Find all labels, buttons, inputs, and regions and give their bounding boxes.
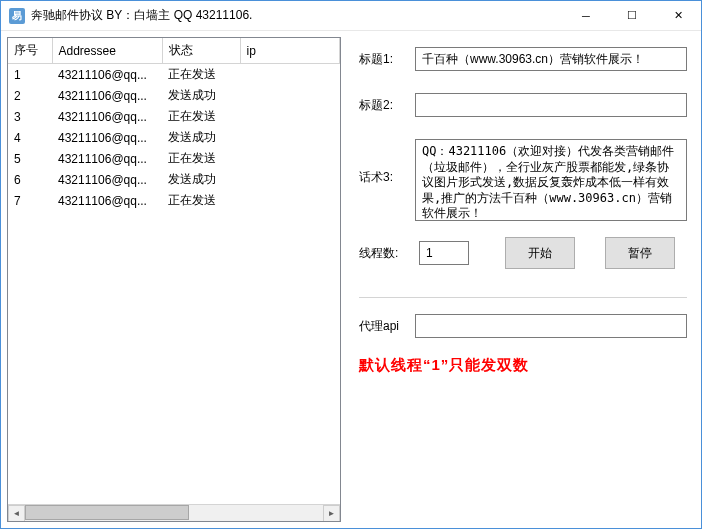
title2-row: 标题2: — [359, 93, 687, 117]
left-panel: 序号 Addressee 状态 ip 143211106@qq...正在发送24… — [7, 37, 341, 522]
content-area: 序号 Addressee 状态 ip 143211106@qq...正在发送24… — [1, 31, 701, 528]
cell-status: 正在发送 — [162, 64, 240, 86]
cell-status: 正在发送 — [162, 148, 240, 169]
close-button[interactable]: ✕ — [655, 1, 701, 30]
proxy-row: 代理api — [359, 314, 687, 338]
start-button[interactable]: 开始 — [505, 237, 575, 269]
cell-ip — [240, 127, 340, 148]
title1-label: 标题1: — [359, 47, 409, 68]
table-row[interactable]: 543211106@qq...正在发送 — [8, 148, 340, 169]
table-row[interactable]: 743211106@qq...正在发送 — [8, 190, 340, 211]
cell-ip — [240, 85, 340, 106]
cell-addressee: 43211106@qq... — [52, 127, 162, 148]
cell-addressee: 43211106@qq... — [52, 148, 162, 169]
maximize-button[interactable]: ☐ — [609, 1, 655, 30]
title1-row: 标题1: — [359, 47, 687, 71]
script3-row: 话术3: — [359, 139, 687, 221]
table-container: 序号 Addressee 状态 ip 143211106@qq...正在发送24… — [7, 37, 341, 522]
cell-ip — [240, 148, 340, 169]
cell-seq: 1 — [8, 64, 52, 86]
cell-seq: 4 — [8, 127, 52, 148]
cell-addressee: 43211106@qq... — [52, 190, 162, 211]
titlebar: 易 奔驰邮件协议 BY：白墙主 QQ 43211106. ─ ☐ ✕ — [1, 1, 701, 31]
app-icon: 易 — [9, 8, 25, 24]
script3-textarea[interactable] — [415, 139, 687, 221]
cell-seq: 6 — [8, 169, 52, 190]
table-row[interactable]: 243211106@qq...发送成功 — [8, 85, 340, 106]
cell-addressee: 43211106@qq... — [52, 106, 162, 127]
header-seq[interactable]: 序号 — [8, 38, 52, 64]
cell-status: 发送成功 — [162, 85, 240, 106]
script3-label: 话术3: — [359, 139, 409, 186]
scroll-track[interactable] — [25, 505, 323, 521]
cell-seq: 2 — [8, 85, 52, 106]
cell-status: 正在发送 — [162, 190, 240, 211]
scroll-thumb[interactable] — [25, 505, 189, 520]
cell-seq: 3 — [8, 106, 52, 127]
right-panel: 标题1: 标题2: 话术3: 线程数: 开始 暂停 代理api 默认线程“1”只… — [341, 37, 695, 522]
cell-seq: 5 — [8, 148, 52, 169]
cell-status: 发送成功 — [162, 127, 240, 148]
scroll-left-arrow[interactable]: ◄ — [8, 505, 25, 522]
proxy-label: 代理api — [359, 314, 409, 335]
table-row[interactable]: 643211106@qq...发送成功 — [8, 169, 340, 190]
mail-table[interactable]: 序号 Addressee 状态 ip 143211106@qq...正在发送24… — [8, 38, 340, 211]
header-addressee[interactable]: Addressee — [52, 38, 162, 64]
title1-input[interactable] — [415, 47, 687, 71]
title2-input[interactable] — [415, 93, 687, 117]
cell-addressee: 43211106@qq... — [52, 169, 162, 190]
minimize-button[interactable]: ─ — [563, 1, 609, 30]
cell-ip — [240, 190, 340, 211]
proxy-input[interactable] — [415, 314, 687, 338]
window-controls: ─ ☐ ✕ — [563, 1, 701, 30]
pause-button[interactable]: 暂停 — [605, 237, 675, 269]
cell-status: 正在发送 — [162, 106, 240, 127]
title2-label: 标题2: — [359, 93, 409, 114]
cell-ip — [240, 106, 340, 127]
header-ip[interactable]: ip — [240, 38, 340, 64]
table-row[interactable]: 143211106@qq...正在发送 — [8, 64, 340, 86]
table-row[interactable]: 443211106@qq...发送成功 — [8, 127, 340, 148]
thread-input[interactable] — [419, 241, 469, 265]
cell-seq: 7 — [8, 190, 52, 211]
table-row[interactable]: 343211106@qq...正在发送 — [8, 106, 340, 127]
cell-status: 发送成功 — [162, 169, 240, 190]
header-status[interactable]: 状态 — [162, 38, 240, 64]
cell-ip — [240, 64, 340, 86]
scroll-right-arrow[interactable]: ► — [323, 505, 340, 522]
window-title: 奔驰邮件协议 BY：白墙主 QQ 43211106. — [31, 7, 563, 24]
horizontal-scrollbar[interactable]: ◄ ► — [8, 504, 340, 521]
table-header-row: 序号 Addressee 状态 ip — [8, 38, 340, 64]
thread-row: 线程数: 开始 暂停 — [359, 237, 687, 269]
divider — [359, 297, 687, 298]
warning-text: 默认线程“1”只能发双数 — [359, 356, 687, 375]
cell-addressee: 43211106@qq... — [52, 85, 162, 106]
cell-addressee: 43211106@qq... — [52, 64, 162, 86]
thread-label: 线程数: — [359, 245, 409, 262]
cell-ip — [240, 169, 340, 190]
